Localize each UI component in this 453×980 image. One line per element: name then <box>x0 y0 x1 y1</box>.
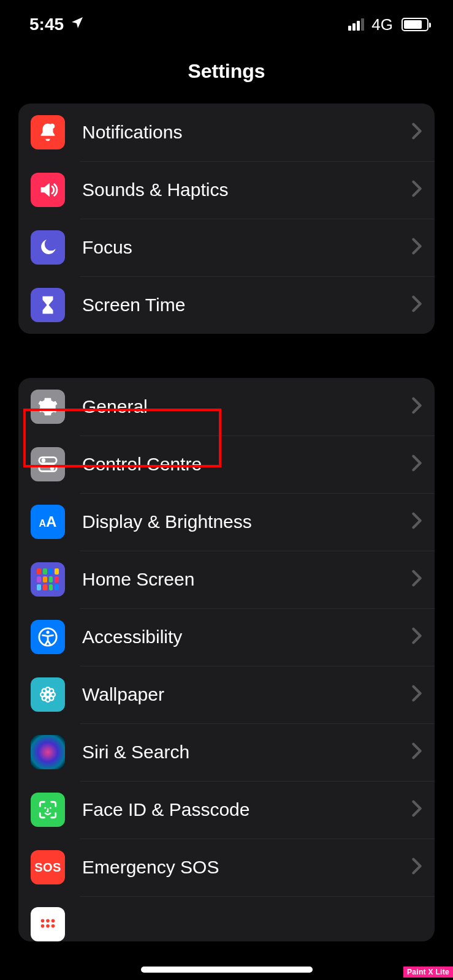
chevron-right-icon <box>411 858 422 877</box>
status-bar: 5:45 4G <box>0 0 453 42</box>
row-label: Siri & Search <box>65 742 411 763</box>
cellular-signal-icon <box>348 18 364 31</box>
row-label: Face ID & Passcode <box>65 799 411 820</box>
chevron-right-icon <box>411 512 422 532</box>
sos-icon: SOS <box>31 850 65 884</box>
row-sounds[interactable]: Sounds & Haptics <box>18 161 435 219</box>
toggles-icon <box>31 447 65 481</box>
row-partial[interactable] <box>18 896 435 941</box>
svg-point-20 <box>51 919 55 923</box>
chevron-right-icon <box>411 800 422 820</box>
faceid-icon <box>31 793 65 827</box>
page-title: Settings <box>0 42 453 104</box>
row-controlcentre[interactable]: Control Centre <box>18 435 435 493</box>
chevron-right-icon <box>411 238 422 257</box>
settings-group-1: Notifications Sounds & Haptics Focus Scr… <box>18 104 435 334</box>
svg-point-6 <box>46 631 49 634</box>
flower-icon <box>31 677 65 712</box>
row-notifications[interactable]: Notifications <box>18 104 435 161</box>
status-time: 5:45 <box>29 15 64 34</box>
chevron-right-icon <box>411 627 422 647</box>
row-label: Emergency SOS <box>65 857 411 878</box>
chevron-right-icon <box>411 570 422 589</box>
home-indicator[interactable] <box>141 967 313 973</box>
network-type: 4G <box>371 15 393 34</box>
location-icon <box>70 15 85 34</box>
app-grid-icon <box>31 562 65 597</box>
row-homescreen[interactable]: Home Screen <box>18 551 435 608</box>
row-sos[interactable]: SOS Emergency SOS <box>18 839 435 896</box>
exposure-icon <box>31 907 65 941</box>
watermark: Paint X Lite <box>403 967 453 978</box>
row-label: Display & Brightness <box>65 511 411 532</box>
row-screentime[interactable]: Screen Time <box>18 276 435 334</box>
svg-point-14 <box>42 696 47 701</box>
battery-icon <box>402 18 428 31</box>
row-label: Screen Time <box>65 295 411 315</box>
svg-point-16 <box>44 807 46 809</box>
row-label: Accessibility <box>65 627 411 647</box>
settings-group-2: General Control Centre AA Display & Brig… <box>18 378 435 941</box>
row-label: Control Centre <box>65 454 411 475</box>
svg-point-19 <box>46 919 50 923</box>
row-label: General <box>65 396 411 417</box>
svg-point-7 <box>46 693 50 697</box>
row-label: Sounds & Haptics <box>65 179 411 200</box>
svg-point-13 <box>50 689 54 693</box>
chevron-right-icon <box>411 180 422 200</box>
hourglass-icon <box>31 288 65 322</box>
svg-point-15 <box>50 696 54 701</box>
svg-point-21 <box>41 924 45 928</box>
svg-point-0 <box>50 124 55 129</box>
row-label: Focus <box>65 237 411 258</box>
svg-point-4 <box>50 466 55 470</box>
row-faceid[interactable]: Face ID & Passcode <box>18 781 435 839</box>
row-label: Notifications <box>65 122 411 143</box>
chevron-right-icon <box>411 123 422 142</box>
row-label: Wallpaper <box>65 684 411 705</box>
chevron-right-icon <box>411 742 422 762</box>
svg-point-12 <box>42 689 47 693</box>
row-general[interactable]: General <box>18 378 435 435</box>
row-focus[interactable]: Focus <box>18 219 435 276</box>
text-size-icon: AA <box>31 505 65 539</box>
svg-point-18 <box>41 919 45 923</box>
svg-point-22 <box>46 924 50 928</box>
chevron-right-icon <box>411 397 422 417</box>
row-siri[interactable]: Siri & Search <box>18 723 435 781</box>
row-wallpaper[interactable]: Wallpaper <box>18 666 435 723</box>
chevron-right-icon <box>411 454 422 474</box>
bell-icon <box>31 115 65 149</box>
row-accessibility[interactable]: Accessibility <box>18 608 435 666</box>
chevron-right-icon <box>411 685 422 704</box>
row-label: Home Screen <box>65 569 411 590</box>
svg-point-23 <box>51 924 55 928</box>
moon-icon <box>31 230 65 265</box>
svg-point-17 <box>50 807 51 809</box>
siri-icon <box>31 735 65 769</box>
accessibility-icon <box>31 620 65 654</box>
row-display[interactable]: AA Display & Brightness <box>18 493 435 551</box>
gear-icon <box>31 390 65 424</box>
speaker-icon <box>31 173 65 207</box>
chevron-right-icon <box>411 295 422 315</box>
svg-point-2 <box>42 458 46 462</box>
